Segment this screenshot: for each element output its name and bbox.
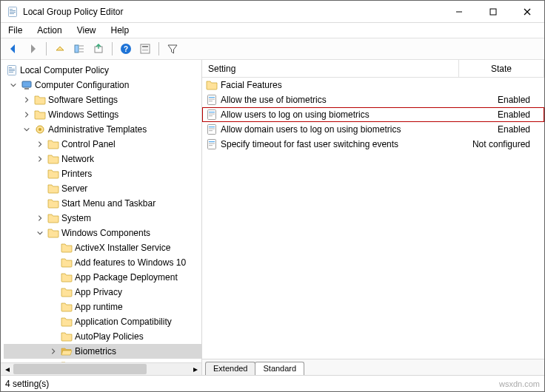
tree-network[interactable]: Network: [61, 154, 94, 164]
folder-open-icon: [61, 345, 73, 357]
folder-icon: [61, 242, 73, 254]
app-icon: [7, 6, 19, 18]
tree-windows-settings[interactable]: Windows Settings: [48, 109, 118, 120]
show-hide-tree-button[interactable]: [71, 41, 87, 57]
folder-icon: [47, 153, 59, 165]
setting-name: Allow the use of biometrics: [221, 95, 327, 105]
list-body[interactable]: Facial FeaturesAllow the use of biometri…: [202, 78, 544, 359]
tree-printers[interactable]: Printers: [61, 169, 92, 179]
tree-activex[interactable]: ActiveX Installer Service: [75, 243, 170, 253]
minimize-button[interactable]: [442, 1, 476, 23]
tree-system[interactable]: System: [61, 213, 91, 223]
tree-root[interactable]: Local Computer Policy: [20, 65, 109, 75]
tree-computer-config[interactable]: Computer Configuration: [35, 80, 129, 90]
tree-app-runtime[interactable]: App runtime: [75, 302, 123, 312]
setting-state: Enabled: [458, 124, 544, 135]
list-row[interactable]: Allow the use of biometricsEnabled: [202, 92, 544, 107]
setting-name: Allow users to log on using biometrics: [221, 109, 370, 120]
tree-biometrics[interactable]: Biometrics: [75, 346, 116, 356]
expander-icon[interactable]: [35, 228, 45, 238]
setting-state: Enabled: [458, 109, 544, 120]
folder-icon: [47, 227, 59, 239]
folder-icon: [61, 331, 73, 342]
expander-icon[interactable]: [21, 109, 32, 120]
folder-icon: [34, 109, 46, 121]
folder-icon: [47, 183, 59, 195]
tree-horizontal-scrollbar[interactable]: ◂ ▸: [1, 362, 201, 375]
settings-list-panel: Setting State Facial FeaturesAllow the u…: [202, 60, 544, 375]
list-header: Setting State: [202, 60, 544, 78]
policy-setting-icon: [206, 124, 218, 135]
setting-name: Specify timeout for fast user switching …: [221, 139, 398, 149]
window-title: Local Group Policy Editor: [23, 7, 442, 17]
properties-button[interactable]: [137, 41, 153, 57]
scroll-left-icon[interactable]: ◂: [1, 363, 13, 376]
column-header-state[interactable]: State: [459, 60, 544, 77]
setting-state: Not configured: [458, 139, 544, 149]
expander-icon[interactable]: [35, 139, 45, 149]
list-row[interactable]: Facial Features: [202, 78, 544, 92]
tree-control-panel[interactable]: Control Panel: [61, 139, 116, 149]
list-row[interactable]: Specify timeout for fast user switching …: [202, 137, 544, 152]
menu-action[interactable]: Action: [34, 24, 64, 37]
menu-help[interactable]: Help: [108, 24, 133, 37]
scroll-right-icon[interactable]: ▸: [189, 363, 201, 376]
folder-icon: [47, 212, 59, 224]
tree-windows-components[interactable]: Windows Components: [61, 228, 150, 238]
list-row[interactable]: Allow domain users to log on using biome…: [202, 122, 544, 137]
policy-setting-icon: [206, 138, 218, 150]
setting-state: Enabled: [458, 95, 544, 105]
back-button[interactable]: [5, 41, 21, 57]
titlebar: Local Group Policy Editor: [1, 1, 544, 23]
help-button[interactable]: [118, 41, 134, 57]
tab-extended[interactable]: Extended: [205, 362, 255, 375]
policy-root-icon: [6, 64, 18, 76]
status-text: 4 setting(s): [5, 379, 49, 389]
workspace: Local Computer Policy Computer Configura…: [1, 60, 544, 375]
tree-admin-templates[interactable]: Administrative Templates: [48, 124, 147, 135]
admin-templates-icon: [34, 124, 46, 135]
column-header-setting[interactable]: Setting: [202, 60, 459, 77]
list-tabs: Extended Standard: [202, 359, 544, 375]
tree-start-taskbar[interactable]: Start Menu and Taskbar: [61, 198, 156, 209]
tree-autoplay[interactable]: AutoPlay Policies: [75, 331, 144, 342]
tree-server[interactable]: Server: [61, 183, 87, 194]
tree-app-compat[interactable]: Application Compatibility: [75, 317, 172, 327]
expander-icon[interactable]: [35, 213, 45, 223]
folder-icon: [47, 197, 59, 209]
folder-icon: [34, 94, 46, 106]
folder-icon: [61, 257, 73, 268]
menu-file[interactable]: File: [5, 24, 25, 37]
expander-icon[interactable]: [48, 346, 58, 356]
tab-standard[interactable]: Standard: [255, 362, 304, 375]
status-bar: 4 setting(s) wsxdn.com: [1, 375, 544, 391]
up-button[interactable]: [52, 41, 68, 57]
policy-setting-icon: [206, 109, 218, 121]
policy-setting-icon: [206, 94, 218, 106]
console-tree[interactable]: Local Computer Policy Computer Configura…: [1, 60, 201, 362]
expander-icon[interactable]: [21, 95, 32, 105]
svg-rect-25: [490, 9, 496, 15]
expander-icon[interactable]: [21, 124, 32, 135]
filter-button[interactable]: [164, 41, 181, 57]
expander-icon[interactable]: [35, 154, 45, 164]
export-button[interactable]: [90, 41, 107, 57]
setting-name: Allow domain users to log on using biome…: [221, 124, 401, 135]
maximize-button[interactable]: [476, 1, 510, 23]
forward-button[interactable]: [24, 41, 41, 57]
expander-icon[interactable]: [8, 80, 19, 90]
menu-view[interactable]: View: [74, 24, 99, 37]
tree-app-privacy[interactable]: App Privacy: [75, 287, 122, 297]
folder-icon: [61, 271, 73, 283]
folder-icon: [47, 138, 59, 150]
close-button[interactable]: [510, 1, 544, 23]
folder-icon: [61, 301, 73, 313]
list-row[interactable]: Allow users to log on using biometricsEn…: [202, 107, 544, 122]
folder-icon: [61, 286, 73, 298]
tree-app-package[interactable]: App Package Deployment: [75, 272, 178, 283]
tree-software-settings[interactable]: Software Settings: [48, 95, 118, 105]
setting-name: Facial Features: [221, 80, 282, 90]
tree-add-features[interactable]: Add features to Windows 10: [75, 257, 186, 268]
folder-icon: [47, 168, 59, 180]
menu-bar: File Action View Help: [1, 23, 544, 38]
